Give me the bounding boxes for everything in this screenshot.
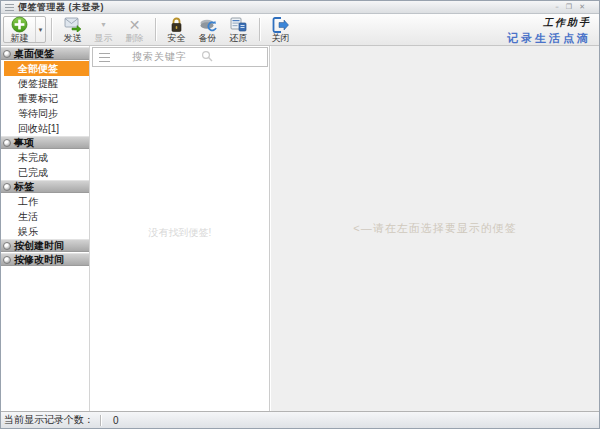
show-dropdown-icon: ▼ bbox=[100, 16, 107, 33]
sidebar-group-label: 按修改时间 bbox=[14, 254, 64, 265]
exit-icon bbox=[272, 16, 289, 33]
toolbar-separator bbox=[155, 18, 156, 41]
toolbar-button-label: 备份 bbox=[199, 34, 217, 43]
toolbar: 新建 ▼ 发送 ▼ 显示 ✕ 删除 安全 bbox=[1, 14, 599, 46]
delete-button: ✕ 删除 bbox=[119, 15, 150, 44]
sidebar-group-by-modify-time[interactable]: 按修改时间 bbox=[1, 253, 89, 266]
backup-button[interactable]: 备份 bbox=[192, 15, 223, 44]
sidebar-group-label: 按创建时间 bbox=[14, 240, 64, 251]
send-button[interactable]: 发送 bbox=[57, 15, 88, 44]
window-title: 便签管理器 (未登录) bbox=[18, 1, 104, 14]
sidebar: 桌面便签 全部便签 便签提醒 重要标记 等待同步 回收站[1] 事项 未完成 已… bbox=[1, 46, 90, 411]
record-count-value: 0 bbox=[101, 415, 119, 426]
toolbar-button-label: 显示 bbox=[95, 34, 113, 43]
new-icon bbox=[11, 16, 28, 33]
sidebar-group-tasks[interactable]: 事项 bbox=[1, 136, 89, 149]
toolbar-separator bbox=[259, 18, 260, 41]
toolbar-button-label: 新建 bbox=[11, 34, 29, 43]
restore-button[interactable]: 还原 bbox=[223, 15, 254, 44]
search-icon bbox=[201, 48, 213, 66]
sidebar-item-note-reminders[interactable]: 便签提醒 bbox=[1, 76, 89, 91]
security-button[interactable]: 安全 bbox=[161, 15, 192, 44]
backup-icon bbox=[199, 16, 217, 33]
note-list-panel: 搜索关键字 没有找到便签! bbox=[91, 46, 270, 411]
empty-list-message: 没有找到便签! bbox=[91, 226, 269, 240]
app-icon bbox=[5, 3, 14, 11]
app-window: 便签管理器 (未登录) – ❐ ✕ 新建 ▼ 发送 ▼ 显示 bbox=[0, 0, 600, 429]
note-detail-panel: <—请在左面选择要显示的便签 bbox=[271, 46, 599, 411]
close-button[interactable]: 关闭 bbox=[265, 15, 296, 44]
toolbar-button-label: 安全 bbox=[168, 34, 186, 43]
record-count-label: 当前显示记录个数： bbox=[1, 413, 100, 427]
bullet-icon bbox=[3, 50, 11, 58]
title-bar: 便签管理器 (未登录) – ❐ ✕ bbox=[1, 1, 599, 14]
close-window-icon[interactable]: ✕ bbox=[579, 4, 585, 11]
brand-block: 工作助手 记录生活点滴 bbox=[507, 15, 597, 44]
toolbar-button-label: 删除 bbox=[126, 34, 144, 43]
new-split-button[interactable]: 新建 ▼ bbox=[3, 16, 46, 43]
sidebar-item-tag-life[interactable]: 生活 bbox=[1, 209, 89, 224]
toolbar-button-label: 还原 bbox=[230, 34, 248, 43]
bullet-icon bbox=[3, 183, 11, 191]
sidebar-item-completed[interactable]: 已完成 bbox=[1, 165, 89, 180]
bullet-icon bbox=[3, 242, 11, 250]
sidebar-item-all-notes[interactable]: 全部便签 bbox=[4, 61, 89, 76]
sidebar-group-label: 事项 bbox=[14, 137, 34, 148]
search-bar[interactable]: 搜索关键字 bbox=[92, 47, 268, 67]
sidebar-group-by-create-time[interactable]: 按创建时间 bbox=[1, 239, 89, 252]
sidebar-item-tag-entertainment[interactable]: 娱乐 bbox=[1, 224, 89, 239]
restore-icon[interactable]: ❐ bbox=[566, 4, 572, 11]
new-dropdown-arrow-icon[interactable]: ▼ bbox=[35, 17, 45, 42]
sidebar-item-unfinished[interactable]: 未完成 bbox=[1, 150, 89, 165]
toolbar-button-label: 发送 bbox=[64, 34, 82, 43]
list-menu-icon[interactable] bbox=[99, 53, 110, 62]
bullet-icon bbox=[3, 256, 11, 264]
brand-slogan-link[interactable]: 记录生活点滴 bbox=[507, 31, 591, 46]
sidebar-item-recycle-bin[interactable]: 回收站[1] bbox=[1, 121, 89, 136]
search-input[interactable]: 搜索关键字 bbox=[132, 50, 187, 64]
new-button[interactable]: 新建 bbox=[4, 17, 35, 42]
sidebar-group-tags[interactable]: 标签 bbox=[1, 180, 89, 193]
restore-icon bbox=[230, 16, 247, 33]
toolbar-separator bbox=[51, 18, 52, 41]
minimize-icon[interactable]: – bbox=[555, 4, 559, 11]
send-icon bbox=[64, 16, 82, 33]
bullet-icon bbox=[3, 139, 11, 147]
main-area: 桌面便签 全部便签 便签提醒 重要标记 等待同步 回收站[1] 事项 未完成 已… bbox=[1, 46, 599, 411]
status-bar: 当前显示记录个数： 0 bbox=[1, 411, 599, 428]
brand-title: 工作助手 bbox=[507, 15, 591, 30]
show-button: ▼ 显示 bbox=[88, 15, 119, 44]
sidebar-item-important-marks[interactable]: 重要标记 bbox=[1, 91, 89, 106]
delete-icon: ✕ bbox=[129, 16, 141, 33]
sidebar-item-tag-work[interactable]: 工作 bbox=[1, 194, 89, 209]
sidebar-item-pending-sync[interactable]: 等待同步 bbox=[1, 106, 89, 121]
sidebar-group-desktop-notes[interactable]: 桌面便签 bbox=[1, 47, 89, 60]
toolbar-button-label: 关闭 bbox=[272, 34, 290, 43]
sidebar-group-label: 标签 bbox=[14, 181, 34, 192]
detail-hint-text: <—请在左面选择要显示的便签 bbox=[271, 221, 599, 236]
lock-icon bbox=[169, 16, 184, 33]
sidebar-group-label: 桌面便签 bbox=[14, 48, 54, 59]
